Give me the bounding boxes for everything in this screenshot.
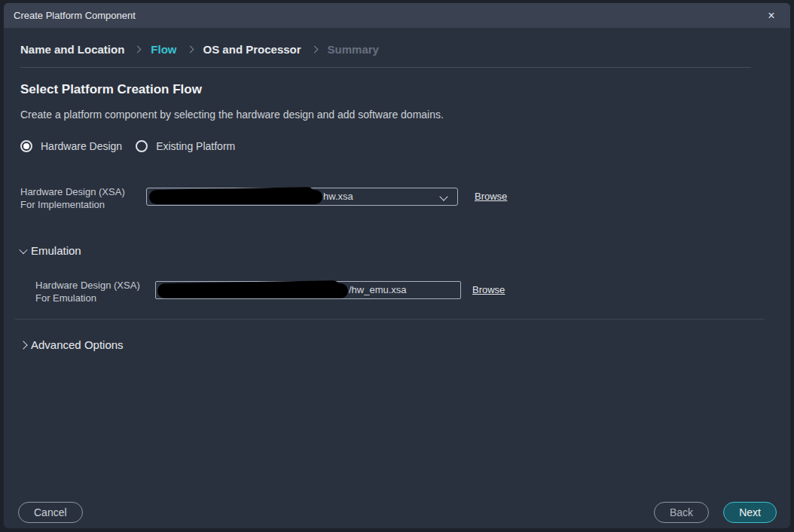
emulation-xsa-input[interactable]: /hw_emu.xsa xyxy=(155,281,461,299)
emulation-browse-link[interactable]: Browse xyxy=(472,284,505,295)
chevron-down-icon xyxy=(19,245,27,253)
back-button[interactable]: Back xyxy=(654,502,709,523)
dialog-title: Create Platform Component xyxy=(14,10,136,21)
emulation-section-label: Emulation xyxy=(31,244,81,257)
label-line: For Implementation xyxy=(20,198,125,211)
emulation-field-label: Hardware Design (XSA) For Emulation xyxy=(35,279,140,304)
radio-existing-platform[interactable]: Existing Platform xyxy=(136,140,235,152)
chevron-right-icon xyxy=(19,341,27,349)
chevron-right-icon xyxy=(186,46,194,54)
redaction-scribble xyxy=(157,283,348,298)
label-line: Hardware Design (XSA) xyxy=(20,185,125,198)
wizard-step-summary: Summary xyxy=(328,43,379,56)
flow-radio-group: Hardware Design Existing Platform xyxy=(20,140,235,152)
wizard-step-flow[interactable]: Flow xyxy=(151,43,176,56)
advanced-options-toggle[interactable]: Advanced Options xyxy=(20,338,124,351)
section-divider xyxy=(15,319,765,320)
page-title: Select Platform Creation Flow xyxy=(20,82,202,97)
wizard-breadcrumb: Name and Location Flow OS and Processor … xyxy=(20,43,379,56)
emulation-xsa-value: /hw_emu.xsa xyxy=(349,282,407,298)
radio-label: Hardware Design xyxy=(41,140,122,152)
implementation-browse-link[interactable]: Browse xyxy=(475,191,507,202)
radio-hardware-design[interactable]: Hardware Design xyxy=(20,140,122,152)
redaction-scribble xyxy=(149,190,322,204)
implementation-xsa-value: hw.xsa xyxy=(323,188,353,205)
radio-label: Existing Platform xyxy=(156,140,235,152)
create-platform-component-dialog: Create Platform Component × Name and Loc… xyxy=(4,3,790,528)
next-button[interactable]: Next xyxy=(723,502,777,523)
chevron-right-icon xyxy=(134,46,142,54)
implementation-field-label: Hardware Design (XSA) For Implementation xyxy=(20,185,125,211)
cancel-button[interactable]: Cancel xyxy=(18,502,83,523)
label-line: For Emulation xyxy=(35,292,140,304)
radio-unselected-icon xyxy=(136,140,148,152)
chevron-right-icon xyxy=(310,46,318,54)
chevron-down-icon xyxy=(439,192,447,200)
page-description: Create a platform component by selecting… xyxy=(20,109,444,121)
dialog-titlebar: Create Platform Component × xyxy=(4,3,790,28)
label-line: Hardware Design (XSA) xyxy=(35,279,140,292)
breadcrumb-divider xyxy=(20,67,751,68)
close-icon[interactable]: × xyxy=(763,8,780,24)
radio-selected-icon xyxy=(20,140,32,152)
wizard-step-os-and-processor[interactable]: OS and Processor xyxy=(203,43,301,56)
implementation-xsa-select[interactable]: hw.xsa xyxy=(146,188,458,206)
advanced-options-label: Advanced Options xyxy=(31,338,124,351)
wizard-step-name-and-location[interactable]: Name and Location xyxy=(20,43,124,56)
emulation-section-toggle[interactable]: Emulation xyxy=(20,244,81,257)
